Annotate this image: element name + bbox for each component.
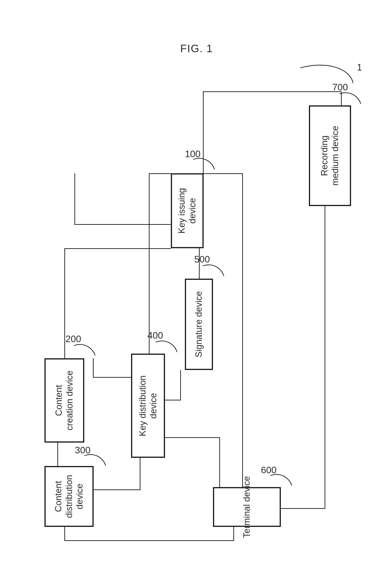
conn bbox=[149, 173, 150, 354]
box-recording-medium: Recording medium device bbox=[309, 105, 351, 206]
label-content-creation: Content creation device bbox=[54, 370, 75, 431]
text: Recording medium device bbox=[320, 126, 340, 186]
conn bbox=[74, 173, 75, 225]
conn bbox=[180, 370, 181, 400]
label-key-distribution: Key distribution device bbox=[137, 375, 159, 436]
text: Key issuing device bbox=[177, 188, 197, 233]
box-key-distribution: Key distribution device bbox=[131, 354, 165, 458]
text: Content distribution device bbox=[53, 475, 85, 518]
ref-system: 1 bbox=[357, 62, 362, 72]
text: Key distribution device bbox=[138, 375, 158, 436]
text: Content creation device bbox=[54, 370, 74, 431]
box-content-creation: Content creation device bbox=[44, 358, 84, 443]
conn bbox=[219, 437, 220, 487]
ref-300: 300 bbox=[75, 445, 91, 455]
conn bbox=[64, 527, 65, 541]
figure-page: FIG. 1 1 Key issuing device bbox=[0, 0, 392, 577]
box-terminal: Terminal device bbox=[213, 487, 281, 527]
figure-title: FIG. 1 bbox=[180, 42, 213, 55]
conn bbox=[64, 540, 234, 541]
ref-200: 200 bbox=[65, 334, 81, 344]
ref-700: 700 bbox=[332, 82, 348, 93]
conn bbox=[325, 206, 325, 509]
conn bbox=[140, 457, 140, 490]
conn bbox=[204, 173, 243, 174]
conn bbox=[149, 173, 171, 174]
conn bbox=[74, 224, 171, 225]
conn bbox=[164, 437, 220, 438]
box-content-distribution: Content distribution device bbox=[44, 466, 94, 527]
ref-100: 100 bbox=[185, 149, 200, 159]
conn bbox=[64, 248, 65, 358]
box-signature: Signature device bbox=[185, 279, 213, 370]
label-terminal: Terminal device bbox=[241, 476, 252, 538]
ref-400: 400 bbox=[147, 330, 163, 341]
conn bbox=[57, 443, 58, 466]
conn bbox=[94, 489, 140, 490]
conn bbox=[93, 358, 94, 378]
conn bbox=[281, 508, 325, 509]
box-key-issuing: Key issuing device bbox=[171, 173, 204, 248]
ref-600: 600 bbox=[261, 465, 277, 475]
conn bbox=[204, 91, 342, 92]
text: Signature device bbox=[194, 291, 204, 357]
label-signature: Signature device bbox=[194, 291, 204, 357]
label-key-issuing: Key issuing device bbox=[176, 188, 198, 233]
label-content-distribution: Content distribution device bbox=[53, 475, 85, 518]
conn bbox=[64, 248, 171, 249]
conn bbox=[233, 527, 234, 541]
ref-500: 500 bbox=[194, 254, 210, 265]
conn bbox=[164, 400, 181, 400]
conn bbox=[242, 173, 243, 487]
text: Terminal device bbox=[242, 476, 252, 538]
label-recording-medium: Recording medium device bbox=[319, 126, 340, 186]
